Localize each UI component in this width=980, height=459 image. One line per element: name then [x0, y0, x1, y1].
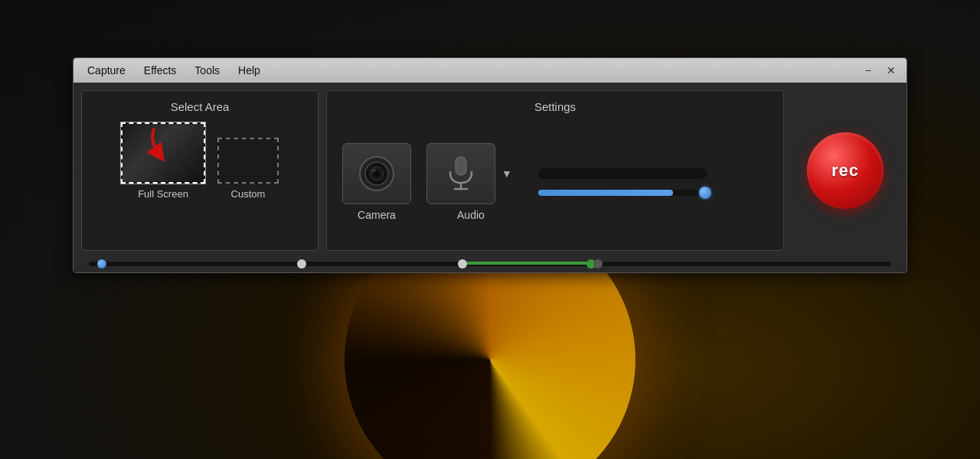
volume-area: [531, 168, 768, 196]
thumb-3[interactable]: [458, 259, 467, 269]
title-bar: Capture Effects Tools Help − ✕: [74, 58, 906, 83]
volume-fill: [538, 190, 673, 196]
settings-title: Settings: [342, 100, 768, 113]
custom-option[interactable]: Custom: [217, 138, 279, 200]
settings-options: Camera: [342, 122, 768, 241]
audio-button[interactable]: [426, 143, 495, 204]
volume-track: [538, 190, 707, 196]
main-content: Select Area: [74, 83, 906, 259]
audio-icon-box: [426, 143, 495, 204]
menu-capture[interactable]: Capture: [80, 63, 133, 78]
menu-bar: Capture Effects Tools Help: [80, 63, 268, 78]
select-area-panel: Select Area: [81, 90, 318, 251]
thumb-2[interactable]: [297, 259, 306, 269]
custom-label: Custom: [231, 188, 266, 200]
close-button[interactable]: ✕: [882, 63, 900, 77]
fullscreen-preview: [121, 122, 205, 184]
camera-button[interactable]: Camera: [342, 143, 411, 221]
menu-effects[interactable]: Effects: [136, 63, 185, 78]
menu-tools[interactable]: Tools: [187, 63, 227, 78]
audio-dropdown-arrow[interactable]: ▼: [498, 166, 515, 181]
camera-icon: [357, 154, 397, 194]
thumb-5[interactable]: [593, 259, 603, 269]
arrow-annotation: [140, 125, 186, 171]
rec-button[interactable]: rec: [807, 132, 884, 209]
area-options: Full Screen Custom: [121, 122, 279, 200]
progress-fill: [466, 262, 603, 265]
minimize-button[interactable]: −: [861, 63, 876, 77]
rec-button-area: rec: [792, 90, 899, 251]
bottom-bar: [74, 259, 906, 272]
audio-btn-row: ▼: [426, 143, 515, 204]
volume-max-bar: [538, 168, 707, 179]
audio-label: Audio: [457, 209, 485, 221]
volume-thumb: [699, 187, 711, 199]
svg-rect-6: [456, 157, 466, 175]
fullscreen-label: Full Screen: [138, 188, 188, 200]
camera-icon-box: [342, 143, 411, 204]
rec-label: rec: [831, 161, 859, 181]
settings-panel: Settings Ca: [326, 90, 784, 251]
custom-preview: [217, 138, 279, 184]
window-controls: − ✕: [861, 63, 900, 77]
progress-track[interactable]: [89, 262, 891, 266]
camera-label: Camera: [358, 209, 396, 221]
main-window: Capture Effects Tools Help − ✕ Select Ar…: [73, 57, 907, 273]
thumb-1[interactable]: [97, 259, 106, 269]
menu-help[interactable]: Help: [230, 63, 268, 78]
select-area-title: Select Area: [171, 100, 230, 113]
microphone-icon: [446, 154, 476, 194]
fullscreen-option[interactable]: Full Screen: [121, 122, 205, 200]
volume-slider[interactable]: [538, 190, 707, 196]
audio-wrapper: ▼ Audio: [426, 143, 515, 221]
